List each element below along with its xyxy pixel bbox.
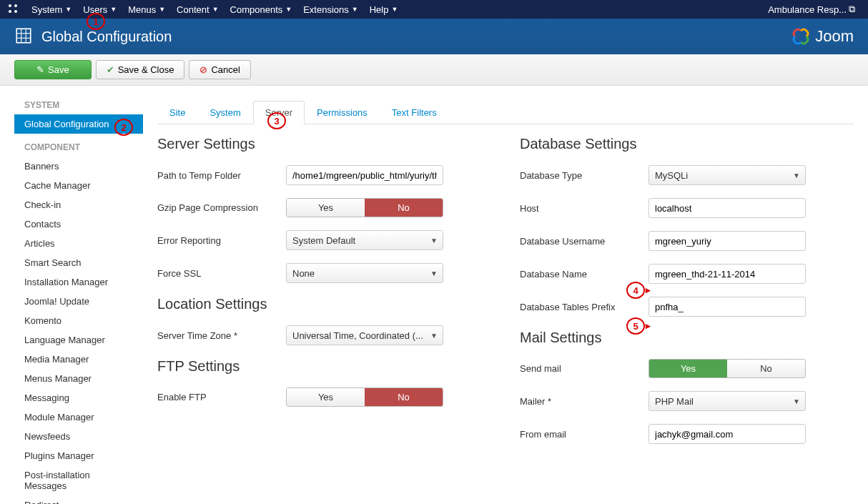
ftp-yes[interactable]: Yes [287,388,365,406]
db-host-input[interactable] [648,198,806,218]
tab-site[interactable]: Site [157,101,197,124]
send-mail-no[interactable]: No [727,360,805,377]
sidebar-item-module-manager[interactable]: Module Manager [14,407,143,427]
page-header: Global Configuration Joom [0,19,868,54]
menu-menus[interactable]: Menus▼ [122,4,171,15]
site-link[interactable]: Ambulance Resp...⧉ [762,4,861,15]
button-label: Save & Close [118,64,174,75]
mail-settings-title: Mail Settings [520,330,854,346]
row-db-user: Database Username [520,231,854,251]
sidebar-item-post-installation-messages[interactable]: Post-installation Messages [14,465,143,495]
row-temp-folder: Path to Temp Folder [157,165,491,185]
force-ssl-select[interactable]: None▼ [286,263,443,283]
caret-down-icon: ▼ [65,6,71,13]
gzip-toggle[interactable]: Yes No [286,198,443,217]
row-mailer: Mailer * PHP Mail▼ [520,391,854,411]
site-name-label: Ambulance Resp... [768,4,847,15]
panel-left: Server Settings Path to Temp Folder Gzip… [157,136,491,457]
force-ssl-label: Force SSL [157,268,286,279]
select-value: System Default [286,230,443,250]
menu-content[interactable]: Content▼ [171,4,224,15]
error-reporting-label: Error Reporting [157,235,286,246]
menu-label: Users [83,4,107,15]
send-mail-toggle[interactable]: Yes No [648,359,806,378]
menu-label: Components [230,4,283,15]
logo-text: Joom [815,27,854,46]
config-tabs: Site System Server Permissions Text Filt… [157,100,854,124]
select-value: MySQLi [648,165,806,185]
save-button[interactable]: ✎Save [14,60,92,79]
sidebar-item-redirect[interactable]: Redirect [14,495,143,504]
sidebar-item-global-configuration[interactable]: Global Configuration [14,114,143,134]
sidebar-item-check-in[interactable]: Check-in [14,195,143,214]
sidebar-item-language-manager[interactable]: Language Manager [14,330,143,350]
db-prefix-input[interactable] [648,297,806,317]
check-icon: ✔ [107,64,114,75]
db-prefix-label: Database Tables Prefix [520,302,648,312]
tab-system[interactable]: System [197,101,252,124]
sidebar-item-media-manager[interactable]: Media Manager [14,350,143,369]
main-content: SYSTEM Global Configuration COMPONENT Ba… [0,86,868,504]
sidebar-item-cache-manager[interactable]: Cache Manager [14,176,143,195]
sidebar-item-joomla-update[interactable]: Joomla! Update [14,292,143,311]
row-enable-ftp: Enable FTP Yes No [157,387,491,407]
enable-ftp-toggle[interactable]: Yes No [286,387,443,407]
panels: Server Settings Path to Temp Folder Gzip… [157,136,854,457]
enable-ftp-label: Enable FTP [157,392,286,402]
svg-point-1 [14,4,17,7]
temp-folder-label: Path to Temp Folder [157,170,286,181]
button-label: Save [48,64,69,75]
gzip-yes[interactable]: Yes [287,199,365,217]
svg-point-3 [14,10,17,13]
menu-extensions[interactable]: Extensions▼ [297,4,364,15]
mailer-label: Mailer * [520,396,648,407]
menu-help[interactable]: Help▼ [364,4,404,15]
menu-components[interactable]: Components▼ [225,4,298,15]
db-type-select[interactable]: MySQLi▼ [648,165,806,185]
from-email-input[interactable] [648,424,806,444]
db-user-input[interactable] [648,231,806,251]
sidebar-item-articles[interactable]: Articles [14,234,143,253]
caret-down-icon: ▼ [391,6,398,13]
menu-label: Extensions [303,4,349,15]
caret-down-icon: ▼ [159,6,165,13]
caret-down-icon: ▼ [212,6,219,13]
caret-down-icon: ▼ [352,6,358,13]
timezone-select[interactable]: Universal Time, Coordinated (...▼ [286,325,443,345]
ftp-no[interactable]: No [365,388,443,406]
gzip-no[interactable]: No [365,199,443,217]
sidebar-item-smart-search[interactable]: Smart Search [14,253,143,272]
menu-system[interactable]: System▼ [26,4,77,15]
sidebar-item-komento[interactable]: Komento [14,311,143,330]
send-mail-yes[interactable]: Yes [649,360,727,377]
cancel-button[interactable]: ⊘Cancel [189,60,250,79]
menu-label: Help [370,4,389,15]
error-reporting-select[interactable]: System Default▼ [286,230,443,250]
sidebar-section-component: COMPONENT [14,142,143,152]
row-db-name: Database Name [520,264,854,284]
sidebar-item-installation-manager[interactable]: Installation Manager [14,272,143,292]
menu-label: System [31,4,62,15]
db-type-label: Database Type [520,170,648,181]
tab-permissions[interactable]: Permissions [305,101,380,124]
apply-icon: ✎ [36,64,44,75]
cancel-icon: ⊘ [199,64,207,75]
tab-text-filters[interactable]: Text Filters [380,101,449,124]
tab-server[interactable]: Server [253,101,305,124]
ftp-settings-title: FTP Settings [157,358,491,375]
sidebar-item-menus-manager[interactable]: Menus Manager [14,369,143,388]
sidebar-item-banners[interactable]: Banners [14,157,143,176]
database-settings-title: Database Settings [520,136,854,152]
temp-folder-input[interactable] [286,165,443,185]
db-name-input[interactable] [648,264,806,284]
sidebar-item-contacts[interactable]: Contacts [14,214,143,234]
sidebar-item-newsfeeds[interactable]: Newsfeeds [14,427,143,446]
sidebar-item-plugins-manager[interactable]: Plugins Manager [14,446,143,465]
menu-users[interactable]: Users▼ [77,4,122,15]
save-close-button[interactable]: ✔Save & Close [96,60,185,79]
page-title: Global Configuration [41,29,172,45]
panel-right: Database Settings Database Type MySQLi▼ … [520,136,854,457]
action-toolbar: ✎Save ✔Save & Close ⊘Cancel [0,54,868,86]
sidebar-item-messaging[interactable]: Messaging [14,388,143,407]
mailer-select[interactable]: PHP Mail▼ [648,391,806,411]
